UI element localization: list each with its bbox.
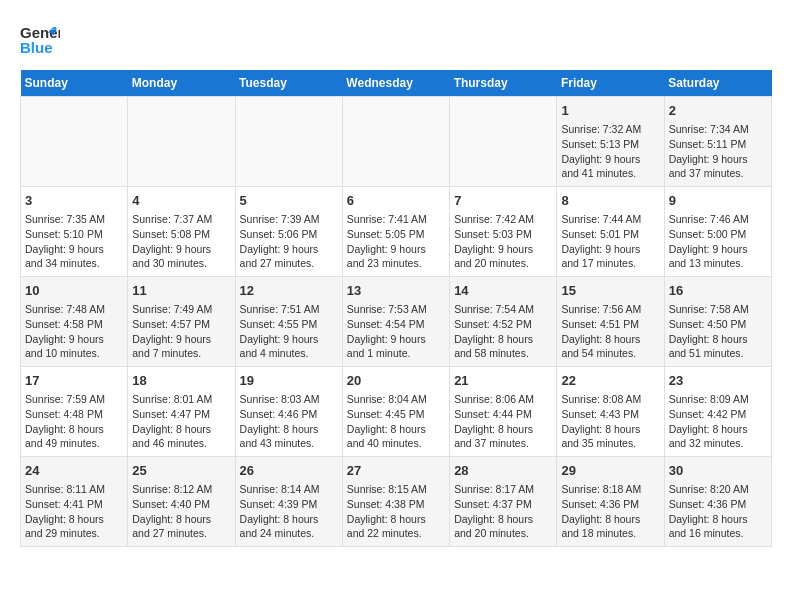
week-row-4: 17Sunrise: 7:59 AMSunset: 4:48 PMDayligh…: [21, 367, 772, 457]
day-number: 9: [669, 192, 767, 210]
day-number: 22: [561, 372, 659, 390]
daylight-text: Daylight: 9 hours and 30 minutes.: [132, 242, 230, 271]
sunrise-text: Sunrise: 7:41 AM: [347, 212, 445, 227]
daylight-text: Daylight: 9 hours and 27 minutes.: [240, 242, 338, 271]
day-number: 7: [454, 192, 552, 210]
week-row-5: 24Sunrise: 8:11 AMSunset: 4:41 PMDayligh…: [21, 457, 772, 547]
sunset-text: Sunset: 4:45 PM: [347, 407, 445, 422]
calendar-cell: 22Sunrise: 8:08 AMSunset: 4:43 PMDayligh…: [557, 367, 664, 457]
day-number: 27: [347, 462, 445, 480]
sunset-text: Sunset: 5:13 PM: [561, 137, 659, 152]
day-number: 6: [347, 192, 445, 210]
daylight-text: Daylight: 9 hours and 10 minutes.: [25, 332, 123, 361]
day-number: 24: [25, 462, 123, 480]
daylight-text: Daylight: 8 hours and 40 minutes.: [347, 422, 445, 451]
sunset-text: Sunset: 4:36 PM: [669, 497, 767, 512]
logo: General Blue: [20, 20, 60, 60]
sunrise-text: Sunrise: 8:12 AM: [132, 482, 230, 497]
day-number: 20: [347, 372, 445, 390]
calendar-cell: 21Sunrise: 8:06 AMSunset: 4:44 PMDayligh…: [450, 367, 557, 457]
day-number: 17: [25, 372, 123, 390]
week-row-1: 1Sunrise: 7:32 AMSunset: 5:13 PMDaylight…: [21, 97, 772, 187]
sunrise-text: Sunrise: 8:04 AM: [347, 392, 445, 407]
sunrise-text: Sunrise: 7:58 AM: [669, 302, 767, 317]
sunrise-text: Sunrise: 7:46 AM: [669, 212, 767, 227]
sunrise-text: Sunrise: 8:15 AM: [347, 482, 445, 497]
sunrise-text: Sunrise: 8:01 AM: [132, 392, 230, 407]
sunset-text: Sunset: 4:48 PM: [25, 407, 123, 422]
daylight-text: Daylight: 9 hours and 4 minutes.: [240, 332, 338, 361]
calendar-cell: 1Sunrise: 7:32 AMSunset: 5:13 PMDaylight…: [557, 97, 664, 187]
day-number: 10: [25, 282, 123, 300]
logo-icon: General Blue: [20, 20, 60, 60]
sunrise-text: Sunrise: 7:42 AM: [454, 212, 552, 227]
header-day-monday: Monday: [128, 70, 235, 97]
day-number: 11: [132, 282, 230, 300]
calendar-cell: 6Sunrise: 7:41 AMSunset: 5:05 PMDaylight…: [342, 187, 449, 277]
daylight-text: Daylight: 8 hours and 46 minutes.: [132, 422, 230, 451]
day-number: 12: [240, 282, 338, 300]
calendar-cell: [21, 97, 128, 187]
sunset-text: Sunset: 5:11 PM: [669, 137, 767, 152]
daylight-text: Daylight: 8 hours and 32 minutes.: [669, 422, 767, 451]
calendar-table: SundayMondayTuesdayWednesdayThursdayFrid…: [20, 70, 772, 547]
sunset-text: Sunset: 4:57 PM: [132, 317, 230, 332]
sunrise-text: Sunrise: 7:35 AM: [25, 212, 123, 227]
calendar-cell: [128, 97, 235, 187]
calendar-cell: 27Sunrise: 8:15 AMSunset: 4:38 PMDayligh…: [342, 457, 449, 547]
calendar-cell: 23Sunrise: 8:09 AMSunset: 4:42 PMDayligh…: [664, 367, 771, 457]
daylight-text: Daylight: 9 hours and 20 minutes.: [454, 242, 552, 271]
calendar-cell: 30Sunrise: 8:20 AMSunset: 4:36 PMDayligh…: [664, 457, 771, 547]
header-day-thursday: Thursday: [450, 70, 557, 97]
sunrise-text: Sunrise: 7:59 AM: [25, 392, 123, 407]
calendar-cell: 8Sunrise: 7:44 AMSunset: 5:01 PMDaylight…: [557, 187, 664, 277]
header-day-friday: Friday: [557, 70, 664, 97]
daylight-text: Daylight: 9 hours and 23 minutes.: [347, 242, 445, 271]
sunrise-text: Sunrise: 7:49 AM: [132, 302, 230, 317]
calendar-cell: 15Sunrise: 7:56 AMSunset: 4:51 PMDayligh…: [557, 277, 664, 367]
calendar-cell: 24Sunrise: 8:11 AMSunset: 4:41 PMDayligh…: [21, 457, 128, 547]
sunrise-text: Sunrise: 7:56 AM: [561, 302, 659, 317]
calendar-cell: 2Sunrise: 7:34 AMSunset: 5:11 PMDaylight…: [664, 97, 771, 187]
day-number: 23: [669, 372, 767, 390]
sunset-text: Sunset: 4:39 PM: [240, 497, 338, 512]
sunrise-text: Sunrise: 8:08 AM: [561, 392, 659, 407]
sunset-text: Sunset: 5:08 PM: [132, 227, 230, 242]
sunset-text: Sunset: 5:00 PM: [669, 227, 767, 242]
daylight-text: Daylight: 8 hours and 43 minutes.: [240, 422, 338, 451]
daylight-text: Daylight: 9 hours and 1 minute.: [347, 332, 445, 361]
sunset-text: Sunset: 4:54 PM: [347, 317, 445, 332]
day-number: 1: [561, 102, 659, 120]
day-number: 5: [240, 192, 338, 210]
sunset-text: Sunset: 4:58 PM: [25, 317, 123, 332]
header-day-saturday: Saturday: [664, 70, 771, 97]
daylight-text: Daylight: 8 hours and 29 minutes.: [25, 512, 123, 541]
daylight-text: Daylight: 8 hours and 54 minutes.: [561, 332, 659, 361]
day-number: 4: [132, 192, 230, 210]
calendar-cell: 20Sunrise: 8:04 AMSunset: 4:45 PMDayligh…: [342, 367, 449, 457]
daylight-text: Daylight: 8 hours and 49 minutes.: [25, 422, 123, 451]
daylight-text: Daylight: 9 hours and 34 minutes.: [25, 242, 123, 271]
daylight-text: Daylight: 9 hours and 13 minutes.: [669, 242, 767, 271]
sunrise-text: Sunrise: 8:11 AM: [25, 482, 123, 497]
day-number: 30: [669, 462, 767, 480]
calendar-cell: 9Sunrise: 7:46 AMSunset: 5:00 PMDaylight…: [664, 187, 771, 277]
sunrise-text: Sunrise: 7:53 AM: [347, 302, 445, 317]
sunset-text: Sunset: 4:40 PM: [132, 497, 230, 512]
calendar-cell: 29Sunrise: 8:18 AMSunset: 4:36 PMDayligh…: [557, 457, 664, 547]
daylight-text: Daylight: 8 hours and 20 minutes.: [454, 512, 552, 541]
sunset-text: Sunset: 5:05 PM: [347, 227, 445, 242]
sunset-text: Sunset: 4:41 PM: [25, 497, 123, 512]
calendar-cell: 16Sunrise: 7:58 AMSunset: 4:50 PMDayligh…: [664, 277, 771, 367]
day-number: 25: [132, 462, 230, 480]
daylight-text: Daylight: 8 hours and 22 minutes.: [347, 512, 445, 541]
calendar-cell: [235, 97, 342, 187]
header-day-wednesday: Wednesday: [342, 70, 449, 97]
sunrise-text: Sunrise: 7:54 AM: [454, 302, 552, 317]
calendar-cell: 4Sunrise: 7:37 AMSunset: 5:08 PMDaylight…: [128, 187, 235, 277]
daylight-text: Daylight: 8 hours and 51 minutes.: [669, 332, 767, 361]
calendar-cell: [450, 97, 557, 187]
page-header: General Blue: [20, 20, 772, 60]
sunrise-text: Sunrise: 7:44 AM: [561, 212, 659, 227]
sunset-text: Sunset: 4:51 PM: [561, 317, 659, 332]
